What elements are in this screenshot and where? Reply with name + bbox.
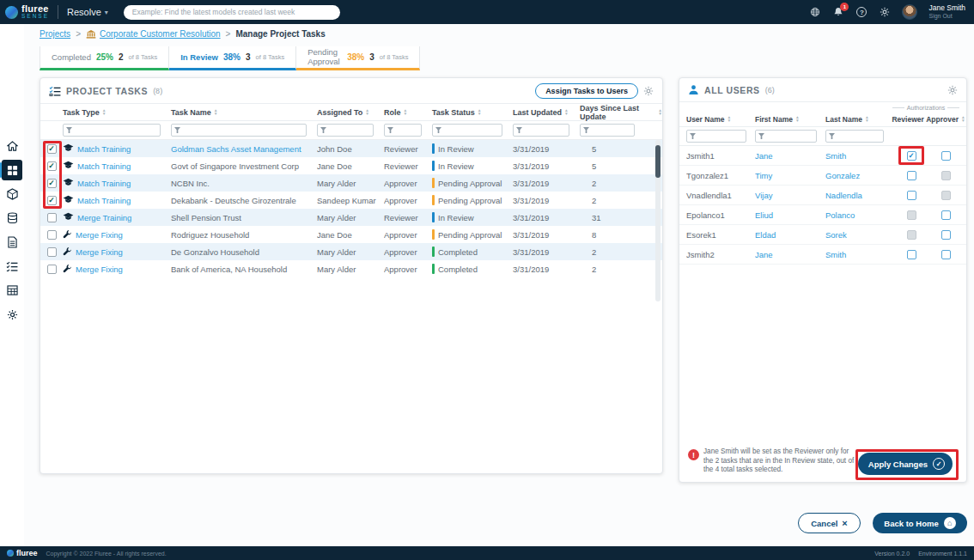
sidebar-item-settings[interactable] — [2, 304, 22, 325]
task-name[interactable]: Rodriguez Household — [171, 230, 317, 240]
sidebar-item-tasks[interactable] — [2, 256, 22, 277]
task-name[interactable]: Goldman Sachs Asset Management — [171, 144, 317, 154]
notifications-bell-icon[interactable]: 1 — [832, 6, 844, 18]
breadcrumb-projects[interactable]: Projects — [40, 29, 70, 39]
filter-days[interactable] — [592, 126, 631, 135]
approver-checkbox[interactable] — [941, 250, 951, 259]
avatar[interactable] — [902, 4, 917, 20]
filter-last-name[interactable] — [837, 132, 880, 141]
col-last-updated[interactable]: Last Updated▲▼ — [513, 108, 580, 117]
task-checkbox[interactable] — [47, 179, 57, 188]
tab-completed[interactable]: Completed 25% 2 of 8 Tasks — [40, 46, 169, 70]
filter-assigned-to[interactable] — [329, 126, 370, 135]
filter-last-updated[interactable] — [525, 126, 566, 135]
approver-checkbox[interactable] — [941, 210, 951, 220]
users-filter-row — [679, 127, 966, 146]
module-selector[interactable]: Resolve ▾ — [67, 7, 108, 17]
task-type-link[interactable]: Merge Fixing — [76, 230, 123, 240]
settings-gear-icon[interactable] — [879, 6, 891, 18]
col-user-name[interactable]: User Name▲▼ — [686, 115, 755, 124]
approver-checkbox[interactable] — [941, 230, 951, 240]
sidebar-item-models[interactable] — [2, 184, 22, 204]
back-to-home-button[interactable]: Back to Home ⌂ — [873, 513, 967, 533]
first-name-link[interactable]: Jane — [755, 151, 825, 161]
task-checkbox[interactable] — [47, 161, 57, 171]
sidebar-item-documents[interactable] — [2, 232, 22, 253]
sign-out-link[interactable]: Sign Out — [928, 13, 965, 20]
task-checkbox[interactable] — [47, 144, 57, 154]
first-name-link[interactable]: Eliud — [755, 210, 825, 220]
task-name[interactable]: De Gonzalvo Household — [171, 247, 317, 257]
tasks-settings-gear-icon[interactable] — [643, 86, 654, 96]
last-name-link[interactable]: Smith — [825, 250, 892, 259]
cancel-button[interactable]: Cancel × — [798, 513, 861, 533]
task-checkbox[interactable] — [47, 230, 57, 240]
sidebar-item-home[interactable] — [2, 136, 22, 156]
col-last-name[interactable]: Last Name▲▼ — [825, 115, 892, 124]
filter-task-name[interactable] — [183, 126, 303, 135]
task-checkbox[interactable] — [47, 265, 57, 274]
col-task-status[interactable]: Task Status▲▼ — [432, 108, 513, 117]
last-name-link[interactable]: Smith — [825, 151, 892, 161]
task-name[interactable]: Dekabank - Deutsche Girozentrale — [171, 196, 317, 205]
task-type-link[interactable]: Match Training — [77, 161, 131, 171]
task-name[interactable]: Shell Pension Trust — [171, 213, 317, 222]
col-days-since[interactable]: Days Since Last Update▲▼ — [580, 104, 662, 121]
approver-checkbox[interactable] — [941, 151, 951, 161]
last-name-link[interactable]: Nadlendla — [825, 191, 892, 200]
task-checkbox[interactable] — [47, 196, 57, 205]
apply-changes-button[interactable]: Apply Changes ✓ — [858, 453, 953, 475]
first-name-link[interactable]: Eldad — [755, 230, 825, 240]
filter-user-name[interactable] — [698, 132, 743, 141]
last-name-link[interactable]: Gonzalez — [825, 171, 892, 180]
task-name[interactable]: Govt of Singapore Investment Corp — [171, 161, 317, 171]
task-type-link[interactable]: Match Training — [77, 144, 131, 154]
task-type-link[interactable]: Merge Fixing — [76, 265, 123, 274]
col-task-type[interactable]: Task Type▲▼ — [63, 108, 171, 117]
last-name-link[interactable]: Polanco — [825, 210, 892, 220]
col-task-name[interactable]: Task Name▲▼ — [171, 108, 317, 117]
filter-first-name[interactable] — [767, 132, 813, 141]
tab-pending-approval[interactable]: Pending Approval 38% 3 of 8 Tasks — [296, 46, 420, 70]
last-name-link[interactable]: Sorek — [825, 230, 892, 240]
col-approver[interactable]: Approver▲▼ — [930, 115, 961, 124]
task-checkbox[interactable] — [47, 213, 57, 222]
reviewer-checkbox[interactable] — [907, 250, 916, 259]
task-type-link[interactable]: Merge Training — [77, 213, 131, 222]
col-assigned-to[interactable]: Assigned To▲▼ — [317, 108, 384, 117]
col-reviewer[interactable]: Reviewer▲▼ — [892, 115, 930, 124]
task-type-link[interactable]: Match Training — [77, 196, 131, 205]
filter-task-type[interactable] — [75, 126, 157, 135]
help-icon[interactable]: ? — [855, 6, 867, 18]
filter-task-status[interactable] — [444, 126, 499, 135]
globe-icon[interactable] — [809, 6, 821, 18]
users-settings-gear-icon[interactable] — [947, 85, 958, 95]
close-icon: × — [842, 518, 847, 528]
col-role[interactable]: Role▲▼ — [384, 108, 432, 117]
reviewer-checkbox[interactable] — [907, 151, 916, 161]
last-updated: 3/31/2019 — [513, 161, 580, 171]
assign-tasks-button[interactable]: Assign Tasks to Users — [535, 83, 638, 99]
scrollbar-thumb[interactable] — [655, 145, 660, 178]
breadcrumb-project[interactable]: Corporate Customer Resolution — [86, 29, 221, 39]
first-name-link[interactable]: Timy — [755, 171, 825, 180]
sidebar-item-dashboard[interactable] — [2, 160, 22, 180]
last-updated: 3/31/2019 — [513, 230, 580, 240]
tab-label: Pending Approval — [307, 48, 342, 66]
sidebar-item-data[interactable] — [2, 208, 22, 228]
filter-role[interactable] — [396, 126, 418, 135]
task-name[interactable]: Bank of America, NA Household — [171, 265, 317, 274]
task-checkbox[interactable] — [47, 247, 57, 257]
first-name-link[interactable]: Jane — [755, 250, 825, 259]
task-type-link[interactable]: Match Training — [77, 179, 131, 188]
search-input[interactable] — [124, 5, 340, 20]
sidebar-item-tables[interactable] — [2, 280, 22, 301]
col-first-name[interactable]: First Name▲▼ — [755, 115, 825, 124]
first-name-link[interactable]: Vijay — [755, 191, 825, 200]
tab-in-review[interactable]: In Review 38% 3 of 8 Tasks — [169, 46, 296, 70]
task-type-link[interactable]: Merge Fixing — [76, 247, 123, 257]
reviewer-checkbox[interactable] — [907, 191, 916, 200]
role: Approver — [384, 179, 432, 188]
task-name[interactable]: NCBN Inc. — [171, 179, 317, 188]
reviewer-checkbox[interactable] — [907, 171, 916, 180]
